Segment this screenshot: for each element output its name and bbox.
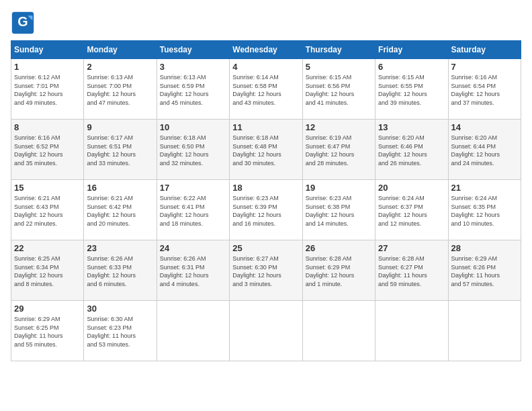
calendar-cell: 28 Sunrise: 6:29 AM Sunset: 6:26 PM Dayl… xyxy=(448,240,521,301)
day-number: 25 xyxy=(232,243,299,253)
calendar-week-1: 1 Sunrise: 6:12 AM Sunset: 7:01 PM Dayli… xyxy=(11,59,521,120)
day-info: Sunrise: 6:24 AM Sunset: 6:35 PM Dayligh… xyxy=(451,194,518,228)
calendar-cell xyxy=(230,301,302,361)
calendar-header-row: SundayMondayTuesdayWednesdayThursdayFrid… xyxy=(11,41,521,59)
day-number: 30 xyxy=(87,304,153,314)
day-info: Sunrise: 6:17 AM Sunset: 6:51 PM Dayligh… xyxy=(87,134,153,167)
day-number: 17 xyxy=(160,183,226,193)
day-info: Sunrise: 6:15 AM Sunset: 6:56 PM Dayligh… xyxy=(306,73,372,107)
header-sunday: Sunday xyxy=(11,41,84,59)
day-number: 6 xyxy=(378,62,445,72)
calendar-cell: 12 Sunrise: 6:19 AM Sunset: 6:47 PM Dayl… xyxy=(302,120,375,180)
day-info: Sunrise: 6:13 AM Sunset: 7:00 PM Dayligh… xyxy=(87,73,153,107)
logo-icon: G xyxy=(11,11,35,35)
calendar-week-4: 22 Sunrise: 6:25 AM Sunset: 6:34 PM Dayl… xyxy=(11,240,521,301)
day-info: Sunrise: 6:23 AM Sunset: 6:38 PM Dayligh… xyxy=(306,194,372,228)
calendar-cell: 19 Sunrise: 6:23 AM Sunset: 6:38 PM Dayl… xyxy=(302,180,375,240)
day-number: 26 xyxy=(306,243,372,253)
calendar-cell: 30 Sunrise: 6:30 AM Sunset: 6:23 PM Dayl… xyxy=(84,301,157,361)
day-info: Sunrise: 6:27 AM Sunset: 6:30 PM Dayligh… xyxy=(232,255,299,288)
day-info: Sunrise: 6:26 AM Sunset: 6:33 PM Dayligh… xyxy=(87,255,153,288)
calendar-cell: 26 Sunrise: 6:28 AM Sunset: 6:29 PM Dayl… xyxy=(302,240,375,301)
day-number: 27 xyxy=(378,243,445,253)
day-info: Sunrise: 6:13 AM Sunset: 6:59 PM Dayligh… xyxy=(160,73,226,107)
svg-text:G: G xyxy=(17,14,28,29)
calendar-cell xyxy=(302,301,375,361)
day-info: Sunrise: 6:20 AM Sunset: 6:46 PM Dayligh… xyxy=(378,134,445,167)
calendar-cell: 13 Sunrise: 6:20 AM Sunset: 6:46 PM Dayl… xyxy=(375,120,448,180)
day-info: Sunrise: 6:30 AM Sunset: 6:23 PM Dayligh… xyxy=(87,315,153,349)
calendar-cell: 1 Sunrise: 6:12 AM Sunset: 7:01 PM Dayli… xyxy=(11,59,84,120)
header-thursday: Thursday xyxy=(302,41,375,59)
day-number: 2 xyxy=(87,62,153,72)
day-number: 24 xyxy=(160,243,226,253)
day-number: 7 xyxy=(451,62,518,72)
day-number: 1 xyxy=(14,62,81,72)
day-number: 11 xyxy=(232,122,299,132)
day-info: Sunrise: 6:16 AM Sunset: 6:52 PM Dayligh… xyxy=(14,134,81,167)
calendar-week-2: 8 Sunrise: 6:16 AM Sunset: 6:52 PM Dayli… xyxy=(11,120,521,180)
calendar-cell: 7 Sunrise: 6:16 AM Sunset: 6:54 PM Dayli… xyxy=(448,59,521,120)
day-number: 5 xyxy=(306,62,372,72)
calendar-cell: 2 Sunrise: 6:13 AM Sunset: 7:00 PM Dayli… xyxy=(84,59,157,120)
day-number: 20 xyxy=(378,183,445,193)
day-info: Sunrise: 6:21 AM Sunset: 6:42 PM Dayligh… xyxy=(87,194,153,228)
calendar-cell: 23 Sunrise: 6:26 AM Sunset: 6:33 PM Dayl… xyxy=(84,240,157,301)
day-info: Sunrise: 6:22 AM Sunset: 6:41 PM Dayligh… xyxy=(160,194,226,228)
day-info: Sunrise: 6:16 AM Sunset: 6:54 PM Dayligh… xyxy=(451,73,518,107)
logo: G xyxy=(11,11,38,35)
day-number: 18 xyxy=(232,183,299,193)
day-info: Sunrise: 6:21 AM Sunset: 6:43 PM Dayligh… xyxy=(14,194,81,228)
calendar-table: SundayMondayTuesdayWednesdayThursdayFrid… xyxy=(11,40,521,361)
calendar-cell: 3 Sunrise: 6:13 AM Sunset: 6:59 PM Dayli… xyxy=(157,59,229,120)
day-info: Sunrise: 6:29 AM Sunset: 6:25 PM Dayligh… xyxy=(14,315,81,349)
calendar-cell: 14 Sunrise: 6:20 AM Sunset: 6:44 PM Dayl… xyxy=(448,120,521,180)
day-number: 8 xyxy=(14,122,81,132)
calendar-cell: 27 Sunrise: 6:28 AM Sunset: 6:27 PM Dayl… xyxy=(375,240,448,301)
day-number: 22 xyxy=(14,243,81,253)
header-monday: Monday xyxy=(84,41,157,59)
calendar-cell: 11 Sunrise: 6:18 AM Sunset: 6:48 PM Dayl… xyxy=(230,120,302,180)
day-number: 12 xyxy=(306,122,372,132)
day-number: 19 xyxy=(306,183,372,193)
page-header: G xyxy=(11,11,521,35)
calendar-cell: 5 Sunrise: 6:15 AM Sunset: 6:56 PM Dayli… xyxy=(302,59,375,120)
calendar-week-5: 29 Sunrise: 6:29 AM Sunset: 6:25 PM Dayl… xyxy=(11,301,521,361)
calendar-cell xyxy=(375,301,448,361)
day-info: Sunrise: 6:28 AM Sunset: 6:29 PM Dayligh… xyxy=(306,255,372,288)
calendar-cell: 21 Sunrise: 6:24 AM Sunset: 6:35 PM Dayl… xyxy=(448,180,521,240)
calendar-cell: 15 Sunrise: 6:21 AM Sunset: 6:43 PM Dayl… xyxy=(11,180,84,240)
calendar-cell: 6 Sunrise: 6:15 AM Sunset: 6:55 PM Dayli… xyxy=(375,59,448,120)
calendar-cell: 20 Sunrise: 6:24 AM Sunset: 6:37 PM Dayl… xyxy=(375,180,448,240)
header-wednesday: Wednesday xyxy=(230,41,302,59)
day-number: 23 xyxy=(87,243,153,253)
day-number: 29 xyxy=(14,304,81,314)
day-info: Sunrise: 6:29 AM Sunset: 6:26 PM Dayligh… xyxy=(451,255,518,288)
calendar-cell: 16 Sunrise: 6:21 AM Sunset: 6:42 PM Dayl… xyxy=(84,180,157,240)
calendar-cell xyxy=(157,301,229,361)
day-info: Sunrise: 6:12 AM Sunset: 7:01 PM Dayligh… xyxy=(14,73,81,107)
day-info: Sunrise: 6:15 AM Sunset: 6:55 PM Dayligh… xyxy=(378,73,445,107)
day-info: Sunrise: 6:14 AM Sunset: 6:58 PM Dayligh… xyxy=(232,73,299,107)
calendar-cell: 10 Sunrise: 6:18 AM Sunset: 6:50 PM Dayl… xyxy=(157,120,229,180)
day-info: Sunrise: 6:20 AM Sunset: 6:44 PM Dayligh… xyxy=(451,134,518,167)
day-number: 16 xyxy=(87,183,153,193)
calendar-cell: 29 Sunrise: 6:29 AM Sunset: 6:25 PM Dayl… xyxy=(11,301,84,361)
day-number: 9 xyxy=(87,122,153,132)
calendar-cell: 9 Sunrise: 6:17 AM Sunset: 6:51 PM Dayli… xyxy=(84,120,157,180)
day-number: 14 xyxy=(451,122,518,132)
header-saturday: Saturday xyxy=(448,41,521,59)
day-number: 13 xyxy=(378,122,445,132)
calendar-cell: 18 Sunrise: 6:23 AM Sunset: 6:39 PM Dayl… xyxy=(230,180,302,240)
calendar-cell: 24 Sunrise: 6:26 AM Sunset: 6:31 PM Dayl… xyxy=(157,240,229,301)
day-number: 21 xyxy=(451,183,518,193)
day-info: Sunrise: 6:18 AM Sunset: 6:50 PM Dayligh… xyxy=(160,134,226,167)
day-number: 28 xyxy=(451,243,518,253)
header-tuesday: Tuesday xyxy=(157,41,229,59)
calendar-cell: 25 Sunrise: 6:27 AM Sunset: 6:30 PM Dayl… xyxy=(230,240,302,301)
day-number: 3 xyxy=(160,62,226,72)
day-info: Sunrise: 6:24 AM Sunset: 6:37 PM Dayligh… xyxy=(378,194,445,228)
day-number: 4 xyxy=(232,62,299,72)
day-info: Sunrise: 6:26 AM Sunset: 6:31 PM Dayligh… xyxy=(160,255,226,288)
calendar-cell: 8 Sunrise: 6:16 AM Sunset: 6:52 PM Dayli… xyxy=(11,120,84,180)
